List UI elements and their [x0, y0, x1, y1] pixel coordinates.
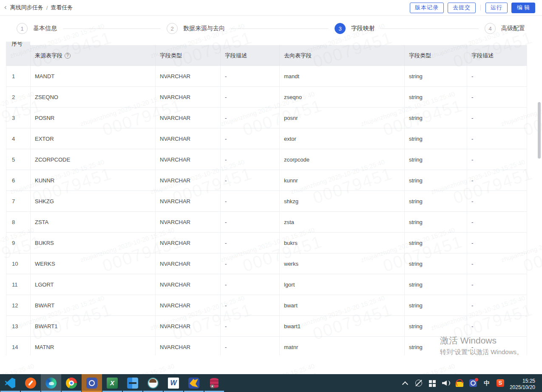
foxmail-icon[interactable]: [456, 382, 463, 387]
taskbar-app-capture-app[interactable]: [82, 374, 102, 392]
volume-icon[interactable]: [442, 379, 450, 387]
cell-source-type: NVARCHAR: [156, 149, 221, 170]
cell-target-field: kunnr: [280, 170, 405, 190]
step-connector: [231, 28, 329, 29]
breadcrumb-offline-sync-tasks[interactable]: 离线同步任务: [10, 4, 43, 11]
cell-source-type: NVARCHAR: [156, 233, 221, 253]
cell-seq: 8: [6, 212, 31, 232]
top-bar: ‹ 离线同步任务 / 查看任务 版本记录 去提交 运行 编辑: [0, 0, 542, 16]
cell-target-desc: -: [467, 128, 527, 149]
cell-source-type: NVARCHAR: [156, 295, 221, 315]
cell-source-desc: -: [221, 337, 280, 355]
table-row: 1 MANDT NVARCHAR - mandt string -: [6, 66, 527, 87]
cell-target-type: string: [405, 212, 467, 232]
step-2-circle: 2: [167, 23, 178, 34]
cell-target-type: string: [405, 191, 467, 211]
sogou-icon[interactable]: S: [497, 379, 504, 387]
network-globe-icon[interactable]: [415, 379, 423, 387]
cell-seq: 13: [6, 316, 31, 336]
dbeaver-icon: [148, 378, 159, 389]
version-history-button[interactable]: 版本记录: [410, 3, 444, 13]
topbar-actions: 版本记录 去提交 运行 编辑: [410, 3, 542, 13]
taskbar-app-files-app[interactable]: [122, 374, 143, 392]
help-icon[interactable]: ?: [65, 53, 71, 59]
table-row: 8 ZSTA NVARCHAR - zsta string -: [6, 212, 527, 233]
cell-target-field: shkzg: [280, 191, 405, 211]
cell-target-desc: -: [467, 233, 527, 253]
cell-source-field: ZCORPCODE: [31, 149, 156, 170]
taskbar-app-chrome[interactable]: [61, 374, 82, 392]
cell-target-type: string: [405, 170, 467, 190]
watermark-tile: zhujianzhong 2025-10-20 15:25:4000079451: [360, 361, 465, 374]
cell-source-field: BUKRS: [31, 233, 156, 253]
cell-target-field: zsta: [280, 212, 405, 232]
cell-source-desc: -: [221, 316, 280, 336]
step-basic-info[interactable]: 1 基本信息: [17, 23, 57, 34]
cell-source-desc: -: [221, 170, 280, 190]
taskbar-app-pencil-app[interactable]: [20, 374, 41, 392]
taskbar-app-database-app[interactable]: [204, 374, 224, 392]
cell-target-desc: -: [467, 170, 527, 190]
cell-target-field: werks: [280, 253, 405, 274]
table-row: 10 WERKS NVARCHAR - werks string -: [6, 253, 527, 274]
taskbar-app-dbeaver[interactable]: [143, 374, 163, 392]
edit-button[interactable]: 编辑: [511, 3, 535, 13]
vertical-scrollbar-thumb[interactable]: [538, 102, 541, 159]
word-icon: [168, 378, 179, 389]
files-app-icon: [127, 378, 138, 389]
col-target-field-header: 去向表字段: [280, 45, 405, 66]
cell-source-desc: -: [221, 233, 280, 253]
cell-target-desc: -: [467, 274, 527, 295]
run-button[interactable]: 运行: [485, 3, 508, 13]
cell-target-field: mandt: [280, 66, 405, 86]
cell-target-desc: -: [467, 108, 527, 128]
cell-seq: 10: [6, 253, 31, 274]
cell-target-type: string: [405, 337, 467, 355]
taskbar-clock[interactable]: 15:25 2025/10/20: [507, 375, 538, 391]
messenger-icon[interactable]: [469, 379, 477, 387]
submit-button[interactable]: 去提交: [448, 3, 476, 13]
cell-target-field: zseqno: [280, 87, 405, 107]
cell-source-type: NVARCHAR: [156, 128, 221, 149]
back-icon[interactable]: ‹: [4, 3, 7, 11]
cell-source-field: EXTOR: [31, 128, 156, 149]
watermark-tile: zhujianzhong 2025-10-20 15:25:4000079451: [500, 361, 542, 374]
cell-source-desc: -: [221, 87, 280, 107]
cell-target-desc: -: [467, 66, 527, 86]
edge-icon: [45, 378, 57, 389]
table-row: 14 MATNR NVARCHAR - matnr string -: [6, 337, 527, 355]
cell-target-field: bukrs: [280, 233, 405, 253]
taskbar-app-excel[interactable]: [102, 374, 122, 392]
windows-taskbar: 中S 15:25 2025/10/20: [0, 374, 542, 392]
watermark-tile: zhujianzhong 2025-10-20 15:25:4000079451: [219, 361, 324, 374]
taskbar-app-word[interactable]: [163, 374, 184, 392]
table-row: 2 ZSEQNO NVARCHAR - zseqno string -: [6, 87, 527, 108]
step-field-mapping[interactable]: 3 字段映射: [335, 23, 375, 34]
taskbar-app-vscode[interactable]: [0, 374, 20, 392]
step-3-circle: 3: [335, 23, 346, 34]
breadcrumb-separator: /: [46, 5, 48, 11]
system-tray: 中S 15:25 2025/10/20: [398, 374, 542, 392]
cell-target-type: string: [405, 253, 467, 274]
taskbar-app-edge[interactable]: [41, 374, 61, 392]
chevron-up-icon[interactable]: [401, 379, 409, 387]
cell-target-type: string: [405, 233, 467, 253]
cell-seq: 1: [6, 66, 31, 86]
cell-target-desc: -: [467, 87, 527, 107]
task-view-icon[interactable]: [428, 379, 436, 387]
breadcrumb-view-task: 查看任务: [51, 4, 73, 11]
cell-source-type: NVARCHAR: [156, 66, 221, 86]
step-source-target[interactable]: 2 数据来源与去向: [167, 23, 225, 34]
ime-chinese-icon[interactable]: 中: [483, 379, 491, 387]
table-row: 11 LGORT NVARCHAR - lgort string -: [6, 274, 527, 295]
cell-source-field: ZSEQNO: [31, 87, 156, 107]
col-target-type-header: 字段类型: [405, 45, 467, 66]
cell-target-desc: -: [467, 212, 527, 232]
field-mapping-table: 来源表字段 ? 字段类型 字段描述 去向表字段 字段类型 字段描述 1 MAND…: [6, 45, 527, 355]
cell-target-type: string: [405, 295, 467, 315]
cell-source-type: NVARCHAR: [156, 316, 221, 336]
cell-target-desc: -: [467, 337, 527, 355]
cell-source-type: NVARCHAR: [156, 274, 221, 295]
taskbar-app-foxit-app[interactable]: [184, 374, 204, 392]
step-advanced-config[interactable]: 4 高级配置: [485, 23, 525, 34]
